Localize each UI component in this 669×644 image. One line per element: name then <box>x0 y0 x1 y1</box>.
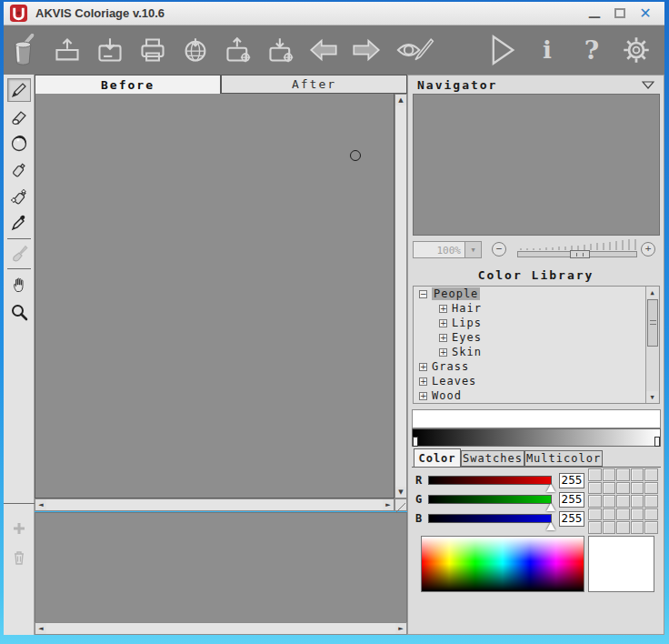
blue-value-input[interactable] <box>559 511 584 527</box>
minimize-button[interactable]: — <box>586 5 603 22</box>
paint-can-logo-button[interactable] <box>9 32 40 68</box>
navigator-preview[interactable] <box>413 94 660 236</box>
tab-color[interactable]: Color <box>414 448 461 467</box>
tree-scroll-down-button[interactable]: ▼ <box>646 391 658 403</box>
swatch-cell[interactable] <box>603 468 616 481</box>
swatch-cell[interactable] <box>644 521 658 534</box>
brightness-ramp[interactable] <box>412 409 661 428</box>
collapse-triangle-icon[interactable] <box>642 81 654 89</box>
zoom-out-button[interactable]: − <box>492 242 506 257</box>
redo-button[interactable] <box>351 32 382 68</box>
tree-scroll-thumb[interactable] <box>647 299 658 347</box>
gradient-bar[interactable] <box>412 428 661 447</box>
expand-box-icon[interactable]: + <box>439 319 447 327</box>
maximize-button[interactable] <box>612 5 628 22</box>
swatch-cell[interactable] <box>631 508 644 521</box>
tree-node-eyes[interactable]: + Eyes <box>414 330 659 345</box>
swatch-cell[interactable] <box>616 508 630 521</box>
tab-before[interactable]: Before <box>35 75 221 94</box>
strokes-scroll-left-button[interactable]: ◄ <box>35 623 46 634</box>
swatch-cell[interactable] <box>603 521 616 534</box>
delete-button[interactable] <box>7 546 31 569</box>
expand-box-icon[interactable]: + <box>439 305 447 313</box>
tree-node-skin[interactable]: + Skin <box>414 345 659 359</box>
run-button[interactable] <box>487 32 518 68</box>
tree-node-wood[interactable]: + Wood <box>414 388 659 403</box>
canvas-vscrollbar[interactable]: ▲ ▼ <box>394 94 407 498</box>
recolor-brush-tool[interactable] <box>7 242 31 266</box>
tree-scroll-up-button[interactable]: ▲ <box>646 287 658 298</box>
swatch-cell[interactable] <box>588 482 602 495</box>
tree-node-leaves[interactable]: + Leaves <box>414 374 659 388</box>
swatch-cell[interactable] <box>644 482 658 495</box>
tree-node-lips[interactable]: + Lips <box>414 316 659 330</box>
download-settings-button[interactable] <box>265 32 296 68</box>
blue-slider[interactable] <box>428 514 552 523</box>
swatch-cell[interactable] <box>603 508 616 521</box>
tab-after[interactable]: After <box>221 75 407 94</box>
expand-box-icon[interactable]: + <box>419 377 427 386</box>
info-button[interactable]: i <box>532 32 563 68</box>
green-slider[interactable] <box>428 495 552 504</box>
resize-grip[interactable] <box>394 498 407 511</box>
swatch-cell[interactable] <box>631 495 644 508</box>
swatch-cell[interactable] <box>631 521 644 534</box>
swatch-cell[interactable] <box>616 468 630 481</box>
preferences-button[interactable] <box>621 32 652 68</box>
add-button[interactable] <box>7 517 31 540</box>
tree-node-hair[interactable]: + Hair <box>414 301 659 316</box>
publish-web-button[interactable] <box>180 32 211 68</box>
swatch-cell[interactable] <box>588 495 602 508</box>
expand-box-icon[interactable]: + <box>419 392 427 400</box>
gradient-left-handle[interactable] <box>413 437 418 447</box>
save-image-button[interactable] <box>95 32 125 68</box>
scroll-up-button[interactable]: ▲ <box>395 95 406 106</box>
collapse-box-icon[interactable]: − <box>419 290 427 298</box>
tab-swatches[interactable]: Swatches <box>461 450 524 467</box>
swatch-cell[interactable] <box>603 495 616 508</box>
close-button[interactable]: ✕ <box>637 5 654 22</box>
blue-slider-handle[interactable] <box>546 522 555 530</box>
hand-tool[interactable] <box>7 273 31 297</box>
strokes-panel[interactable] <box>35 512 407 635</box>
pencil-tool[interactable] <box>7 78 31 102</box>
paint-tube-tool[interactable] <box>7 158 31 182</box>
tab-multicolor[interactable]: Multicolor <box>524 450 603 467</box>
expand-box-icon[interactable]: + <box>439 334 447 342</box>
zoom-in-button[interactable]: + <box>641 242 655 257</box>
zoom-combobox[interactable]: 100% ▼ <box>413 241 482 258</box>
scroll-left-button[interactable]: ◄ <box>35 499 46 510</box>
eraser-tool[interactable] <box>7 106 31 129</box>
zoom-dropdown-button[interactable]: ▼ <box>465 241 482 258</box>
red-slider[interactable] <box>428 476 552 485</box>
preview-brush-button[interactable] <box>394 32 435 68</box>
expand-box-icon[interactable]: + <box>419 363 427 371</box>
expand-box-icon[interactable]: + <box>439 348 447 357</box>
strokes-scroll-right-button[interactable]: ► <box>395 623 406 634</box>
zoom-slider-thumb[interactable] <box>570 250 590 258</box>
swatch-cell[interactable] <box>631 468 644 481</box>
color-spectrum-picker[interactable] <box>421 536 584 592</box>
swatch-cell[interactable] <box>603 482 616 495</box>
scroll-down-button[interactable]: ▼ <box>395 487 406 498</box>
swatch-cell[interactable] <box>616 482 630 495</box>
swatch-cell[interactable] <box>588 508 602 521</box>
canvas-hscrollbar[interactable]: ◄ ► <box>35 498 394 511</box>
magic-tube-tool[interactable] <box>7 185 31 208</box>
swatch-cell[interactable] <box>631 482 644 495</box>
gradient-right-handle[interactable] <box>654 437 660 447</box>
eyedropper-tool[interactable] <box>7 211 31 235</box>
swatch-cell[interactable] <box>588 468 602 481</box>
keep-color-tool[interactable] <box>7 132 31 156</box>
tree-node-grass[interactable]: + Grass <box>414 359 659 374</box>
zoom-tool[interactable] <box>7 300 31 324</box>
print-button[interactable] <box>137 32 168 68</box>
tree-scrollbar[interactable]: ▲ ▼ <box>645 287 659 403</box>
swatch-cell[interactable] <box>588 521 602 534</box>
scroll-right-button[interactable]: ► <box>383 499 394 510</box>
swatch-cell[interactable] <box>644 508 658 521</box>
swatch-cell[interactable] <box>616 495 630 508</box>
strokes-hscrollbar[interactable]: ◄ ► <box>35 622 407 635</box>
image-canvas[interactable] <box>35 94 394 498</box>
tree-node-people[interactable]: − People <box>414 287 659 301</box>
